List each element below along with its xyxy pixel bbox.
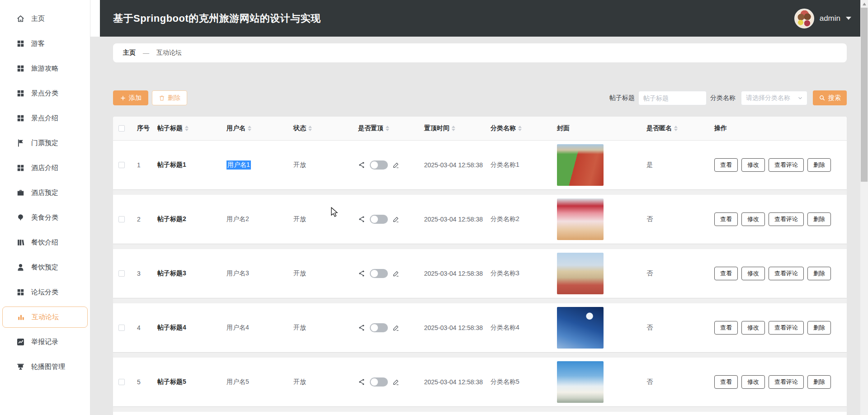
cover-cell <box>554 144 644 186</box>
topbar: 基于Springboot的克州旅游网站的设计与实现 admin <box>100 0 860 37</box>
sidebar-item-举报记录[interactable]: 举报记录 <box>0 330 90 354</box>
checkbox-cell <box>113 270 134 277</box>
row-checkbox[interactable] <box>118 325 125 331</box>
sidebar-item-label: 餐饮预定 <box>31 263 58 272</box>
sidebar-item-互动论坛[interactable]: 互动论坛 <box>2 307 88 328</box>
posts-table: 序号帖子标题用户名状态是否置顶置顶时间分类名称封面是否匿名操作 1帖子标题1用户… <box>113 117 847 415</box>
username-cell: 用户名2 <box>224 215 291 223</box>
sidebar-item-酒店预定[interactable]: 酒店预定 <box>0 180 90 205</box>
sidebar-item-美食分类[interactable]: 美食分类 <box>0 205 90 230</box>
sort-icon[interactable] <box>308 126 312 131</box>
row-action-修改-button[interactable]: 修改 <box>741 267 765 280</box>
anonymous-cell: 是 <box>644 161 712 169</box>
pinned-cell <box>355 160 421 170</box>
pinned-toggle[interactable] <box>370 377 388 387</box>
breadcrumb-current: 互动论坛 <box>156 49 182 57</box>
row-action-查看-button[interactable]: 查看 <box>714 212 738 226</box>
column-label: 是否置顶 <box>358 124 383 132</box>
post-title-label: 帖子标题 <box>609 94 635 102</box>
row-action-查看评论-button[interactable]: 查看评论 <box>769 212 804 226</box>
row-action-删除-button[interactable]: 删除 <box>807 158 831 172</box>
row-checkbox[interactable] <box>118 379 125 385</box>
select-all-checkbox[interactable] <box>118 125 125 132</box>
row-divider <box>113 298 847 303</box>
cover-image-track-field[interactable] <box>557 144 604 186</box>
edit-pencil-icon[interactable] <box>392 378 400 386</box>
scrollbar-up-arrow[interactable] <box>860 0 868 8</box>
pinned-toggle[interactable] <box>370 215 388 224</box>
pin-time-cell: 2025-03-04 12:58:38 <box>421 378 488 386</box>
sidebar-item-酒店介绍[interactable]: 酒店介绍 <box>0 156 90 180</box>
row-action-修改-button[interactable]: 修改 <box>741 375 765 389</box>
category-select[interactable]: 请选择分类名称 <box>741 91 807 105</box>
index-cell: 5 <box>134 378 155 386</box>
search-button[interactable]: 搜索 <box>813 90 847 105</box>
row-action-删除-button[interactable]: 删除 <box>807 212 831 226</box>
home-icon <box>16 14 25 23</box>
post-title-input[interactable] <box>638 91 707 105</box>
row-action-查看评论-button[interactable]: 查看评论 <box>769 321 804 335</box>
edit-pencil-icon[interactable] <box>392 324 400 331</box>
row-action-删除-button[interactable]: 删除 <box>807 321 831 335</box>
sidebar-item-label: 景点分类 <box>31 89 58 98</box>
sidebar-item-餐饮介绍[interactable]: 餐饮介绍 <box>0 230 90 255</box>
row-action-查看评论-button[interactable]: 查看评论 <box>769 267 804 280</box>
row-action-查看-button[interactable]: 查看 <box>714 158 738 172</box>
cover-image-berry-dessert[interactable] <box>557 198 604 240</box>
pinned-toggle[interactable] <box>370 160 388 170</box>
pinned-toggle[interactable] <box>370 269 388 278</box>
sort-icon[interactable] <box>518 126 522 131</box>
row-action-修改-button[interactable]: 修改 <box>741 212 765 226</box>
sort-icon[interactable] <box>674 126 678 131</box>
row-action-查看-button[interactable]: 查看 <box>714 267 738 280</box>
sidebar-item-主页[interactable]: 主页 <box>0 6 90 31</box>
sidebar-item-门票预定[interactable]: 门票预定 <box>0 131 90 156</box>
row-action-修改-button[interactable]: 修改 <box>741 158 765 172</box>
cover-image-anime-night[interactable] <box>557 307 604 349</box>
row-action-删除-button[interactable]: 删除 <box>807 375 831 389</box>
edit-pencil-icon[interactable] <box>392 161 400 169</box>
row-checkbox[interactable] <box>118 216 125 222</box>
sidebar-item-旅游攻略[interactable]: 旅游攻略 <box>0 56 90 81</box>
row-action-查看评论-button[interactable]: 查看评论 <box>769 375 804 389</box>
row-checkbox[interactable] <box>118 162 125 168</box>
row-action-查看-button[interactable]: 查看 <box>714 375 738 389</box>
row-checkbox[interactable] <box>118 270 125 277</box>
pinned-toggle[interactable] <box>370 323 388 332</box>
row-action-查看评论-button[interactable]: 查看评论 <box>769 158 804 172</box>
sidebar-item-轮播图管理[interactable]: 轮播图管理 <box>0 354 90 379</box>
sidebar-item-label: 美食分类 <box>31 213 58 222</box>
sidebar-item-游客[interactable]: 游客 <box>0 31 90 56</box>
sort-icon[interactable] <box>386 126 389 131</box>
index-cell: 3 <box>134 270 155 277</box>
delete-button[interactable]: 删除 <box>152 90 187 105</box>
edit-pencil-icon[interactable] <box>392 270 400 277</box>
sidebar-item-景点介绍[interactable]: 景点介绍 <box>0 106 90 131</box>
edit-pencil-icon[interactable] <box>392 216 400 223</box>
chevron-down-icon <box>797 95 803 101</box>
sidebar-item-餐饮预定[interactable]: 餐饮预定 <box>0 255 90 280</box>
row-action-修改-button[interactable]: 修改 <box>741 321 765 335</box>
sort-icon[interactable] <box>452 126 455 131</box>
row-action-查看-button[interactable]: 查看 <box>714 321 738 335</box>
trash-icon <box>159 95 165 101</box>
add-button[interactable]: 添加 <box>113 90 148 105</box>
scrollbar[interactable] <box>860 0 868 415</box>
sort-icon[interactable] <box>185 126 189 131</box>
scrollbar-thumb[interactable] <box>861 8 868 182</box>
cover-image-sky-stadium[interactable] <box>557 361 604 403</box>
avatar[interactable] <box>794 9 814 28</box>
user-menu[interactable]: admin <box>794 9 851 28</box>
breadcrumb-home[interactable]: 主页 <box>123 49 136 57</box>
row-action-删除-button[interactable]: 删除 <box>807 267 831 280</box>
post-title-cell: 帖子标题2 <box>155 215 224 223</box>
table-row: 2帖子标题2用户名2开放2025-03-04 12:58:38分类名称2否查看修… <box>113 195 847 244</box>
username-cell: 用户名4 <box>224 324 291 332</box>
table-row: 3帖子标题3用户名3开放2025-03-04 12:58:38分类名称3否查看修… <box>113 249 847 298</box>
cover-image-city-track[interactable] <box>557 253 604 294</box>
sidebar-item-景点分类[interactable]: 景点分类 <box>0 81 90 106</box>
checkbox-cell <box>113 379 134 385</box>
sidebar-item-论坛分类[interactable]: 论坛分类 <box>0 280 90 305</box>
sort-icon[interactable] <box>248 126 251 131</box>
share-icon <box>358 324 365 331</box>
